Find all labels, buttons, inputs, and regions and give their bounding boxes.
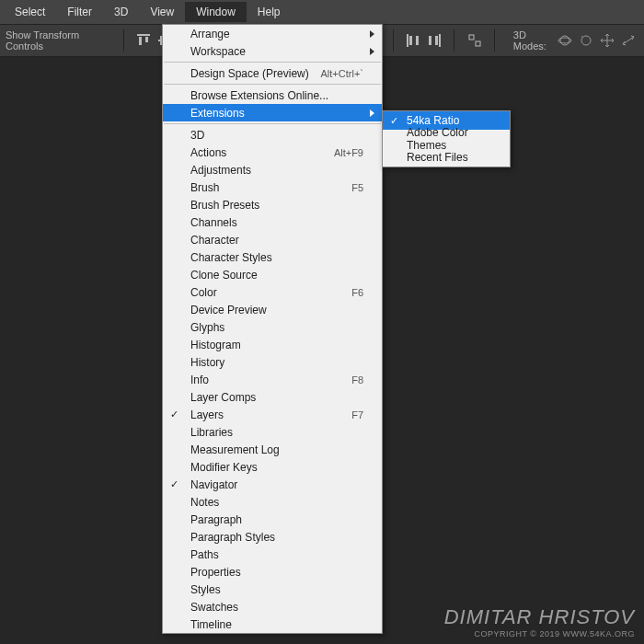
menu-item-label: Clone Source — [190, 269, 363, 282]
menu-item-shortcut: F8 — [351, 374, 363, 385]
menu-item-brush[interactable]: BrushF5 — [163, 178, 382, 196]
menu-item-label: Styles — [190, 583, 363, 596]
menu-item-brush-presets[interactable]: Brush Presets — [163, 196, 382, 213]
menu-item-color[interactable]: ColorF6 — [163, 283, 382, 301]
menu-item-paragraph[interactable]: Paragraph — [163, 511, 382, 528]
menu-item-device-preview[interactable]: Device Preview — [163, 301, 382, 318]
menu-item-label: Arrange — [190, 28, 363, 40]
divider — [494, 29, 495, 52]
menu-item-extensions[interactable]: Extensions — [163, 104, 382, 121]
menu-item-3d[interactable]: 3D — [163, 126, 382, 144]
menu-item-label: Brush — [190, 181, 351, 194]
menu-item-paths[interactable]: Paths — [163, 546, 382, 563]
svg-rect-13 — [429, 36, 431, 45]
menu-item-styles[interactable]: Styles — [163, 581, 382, 598]
menu-item-history[interactable]: History — [163, 353, 382, 371]
menu-item-label: Color — [190, 286, 351, 299]
menu-item-navigator[interactable]: ✓Navigator — [163, 476, 382, 493]
divider — [454, 29, 454, 52]
show-transform-controls-label[interactable]: Show Transform Controls — [6, 29, 103, 52]
extensions-submenu: ✓54ka RatioAdobe Color ThemesRecent File… — [382, 110, 511, 167]
menu-item-label: Paths — [190, 548, 363, 561]
menu-item-label: Channels — [190, 216, 363, 229]
svg-rect-11 — [416, 36, 419, 45]
menu-item-label: Properties — [190, 566, 363, 579]
menu-item-layers[interactable]: ✓LayersF7 — [163, 406, 382, 423]
menu-help[interactable]: Help — [247, 2, 292, 22]
menu-separator — [164, 84, 381, 85]
menu-item-layer-comps[interactable]: Layer Comps — [163, 388, 382, 406]
svg-rect-1 — [139, 37, 142, 45]
svg-rect-14 — [435, 36, 438, 45]
menu-item-timeline[interactable]: Timeline — [163, 615, 382, 633]
menu-item-glyphs[interactable]: Glyphs — [163, 318, 382, 336]
menu-item-label: Extensions — [190, 107, 363, 120]
menu-item-label: Navigator — [190, 478, 363, 491]
distribute-left-icon[interactable] — [405, 30, 422, 51]
menu-item-libraries[interactable]: Libraries — [163, 423, 382, 441]
checkmark-icon: ✓ — [170, 478, 178, 490]
menu-item-character-styles[interactable]: Character Styles — [163, 248, 382, 266]
menu-item-label: Layers — [190, 408, 351, 421]
menu-item-shortcut: F5 — [351, 182, 363, 193]
menu-item-workspace[interactable]: Workspace — [163, 42, 382, 60]
menu-filter[interactable]: Filter — [56, 2, 103, 22]
menu-item-label: Browse Extensions Online... — [190, 89, 363, 102]
menu-item-label: Paragraph Styles — [190, 531, 363, 544]
menu-item-label: Design Space (Preview) — [190, 67, 321, 80]
distribute-right-icon[interactable] — [426, 30, 443, 51]
3d-pan-icon[interactable] — [599, 30, 616, 51]
menu-item-shortcut: F6 — [351, 287, 363, 298]
menu-item-modifier-keys[interactable]: Modifier Keys — [163, 458, 382, 476]
menu-item-label: History — [190, 356, 363, 369]
menu-item-label: Device Preview — [190, 304, 363, 316]
menu-item-info[interactable]: InfoF8 — [163, 371, 382, 388]
menu-item-histogram[interactable]: Histogram — [163, 336, 382, 353]
menu-item-label: Brush Presets — [190, 199, 363, 212]
divider — [393, 29, 394, 52]
3d-slide-icon[interactable] — [619, 30, 637, 51]
menu-item-shortcut: F7 — [351, 409, 363, 420]
menu-item-notes[interactable]: Notes — [163, 493, 382, 511]
3d-orbit-icon[interactable] — [557, 30, 574, 51]
menu-item-measurement-log[interactable]: Measurement Log — [163, 441, 382, 458]
menu-item-design-space-preview[interactable]: Design Space (Preview)Alt+Ctrl+` — [163, 64, 382, 82]
menu-item-clone-source[interactable]: Clone Source — [163, 266, 382, 283]
3d-modes-label: 3D Modes: — [513, 29, 555, 52]
3d-roll-icon[interactable] — [578, 30, 595, 51]
menu-item-adjustments[interactable]: Adjustments — [163, 161, 382, 178]
submenu-item-recent-files[interactable]: Recent Files — [383, 148, 510, 167]
svg-rect-10 — [409, 36, 412, 45]
menu-window[interactable]: Window — [185, 2, 247, 22]
menu-item-paragraph-styles[interactable]: Paragraph Styles — [163, 528, 382, 546]
menu-item-browse-extensions-online[interactable]: Browse Extensions Online... — [163, 86, 382, 104]
menubar: Select Filter 3D View Window Help — [0, 0, 644, 24]
menu-item-label: Glyphs — [190, 321, 363, 334]
menu-3d[interactable]: 3D — [103, 2, 139, 22]
menu-item-actions[interactable]: ActionsAlt+F9 — [163, 144, 382, 161]
menu-item-shortcut: Alt+F9 — [334, 147, 363, 158]
align-top-icon[interactable] — [135, 30, 153, 51]
menu-item-character[interactable]: Character — [163, 231, 382, 248]
watermark-copyright: Copyright © 2019 www.54ka.org — [444, 629, 635, 638]
menu-item-label: Layer Comps — [190, 391, 363, 404]
menu-item-properties[interactable]: Properties — [163, 563, 382, 581]
watermark: Dimitar Hristov Copyright © 2019 www.54k… — [444, 605, 635, 638]
menu-item-arrange[interactable]: Arrange — [163, 25, 382, 42]
divider — [123, 29, 124, 52]
menu-item-label: Paragraph — [190, 513, 363, 526]
menu-item-label: Notes — [190, 496, 363, 509]
menu-item-swatches[interactable]: Swatches — [163, 598, 382, 615]
submenu-item-adobe-color-themes[interactable]: Adobe Color Themes — [383, 130, 510, 148]
menu-item-channels[interactable]: Channels — [163, 213, 382, 231]
auto-align-icon[interactable] — [466, 30, 483, 51]
menu-select[interactable]: Select — [4, 2, 56, 22]
menu-item-label: Actions — [190, 146, 334, 159]
checkmark-icon: ✓ — [170, 408, 178, 420]
svg-rect-0 — [137, 34, 150, 36]
svg-rect-9 — [407, 34, 408, 47]
menu-item-label: 3D — [190, 129, 363, 142]
menu-item-label: Modifier Keys — [190, 461, 363, 474]
menu-view[interactable]: View — [139, 2, 185, 22]
checkmark-icon: ✓ — [390, 115, 398, 127]
